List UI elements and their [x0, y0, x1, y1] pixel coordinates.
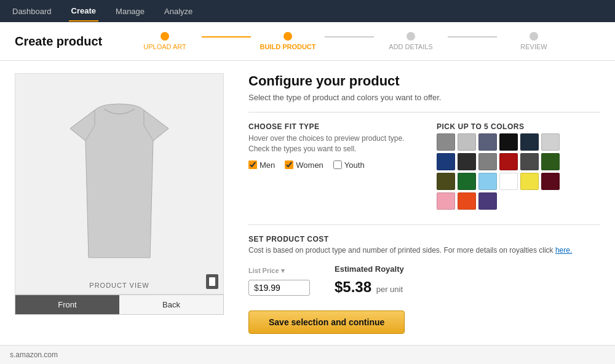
list-price-input-container: $	[248, 280, 310, 296]
colors-section: PICK UP TO 5 COLORS	[437, 122, 600, 210]
view-buttons: Front Back	[15, 295, 224, 315]
royalty-label: Estimated Royalty	[335, 264, 404, 274]
men-label: Men	[260, 160, 275, 170]
save-button[interactable]: Save selection and continue	[248, 311, 405, 334]
color-swatch-18[interactable]	[437, 192, 455, 210]
step-build-product: BUILD PRODUCT	[251, 32, 325, 50]
page-title: Create product	[15, 34, 113, 49]
list-price-field[interactable]	[259, 283, 302, 293]
front-view-button[interactable]: Front	[15, 295, 119, 314]
bottom-bar: s.amazon.com	[0, 345, 615, 346]
fit-type-label: CHOOSE FIT TYPE	[248, 122, 412, 131]
configure-heading: Configure your product	[248, 73, 600, 89]
royalty-unit: per unit	[376, 285, 403, 294]
color-swatch-16[interactable]	[520, 173, 539, 190]
color-swatch-2[interactable]	[478, 133, 497, 151]
page-header: Create product UPLOAD ART BUILD PRODUCT …	[0, 22, 615, 61]
step-dot-build	[284, 32, 292, 41]
configure-subtitle: Select the type of product and colors yo…	[248, 93, 600, 113]
configure-section: Configure your product Select the type o…	[248, 73, 600, 334]
color-swatch-6[interactable]	[437, 153, 455, 170]
color-swatch-7[interactable]	[458, 153, 476, 170]
options-row: CHOOSE FIT TYPE Hover over the choices t…	[248, 122, 600, 210]
step-add-details: ADD DETAILS	[374, 32, 448, 50]
fit-type-desc: Hover over the choices to preview produc…	[248, 133, 412, 154]
youth-label: Youth	[344, 160, 365, 170]
colors-label: PICK UP TO 5 COLORS	[437, 122, 600, 131]
step-connector-1	[202, 36, 251, 38]
color-swatch-1[interactable]	[458, 133, 476, 151]
step-dot-details	[407, 32, 415, 41]
color-swatch-11[interactable]	[541, 153, 560, 170]
color-swatch-10[interactable]	[520, 153, 539, 170]
color-swatch-19[interactable]	[458, 192, 476, 210]
breadcrumb-steps: UPLOAD ART BUILD PRODUCT ADD DETAILS REV…	[128, 32, 571, 50]
color-swatch-12[interactable]	[437, 173, 455, 190]
step-dot-upload	[161, 32, 169, 41]
list-price-col: List Price ▾ $	[248, 266, 310, 296]
currency-symbol: $	[254, 283, 259, 293]
main-content: PRODUCT VIEW Front Back Configure your p…	[0, 61, 615, 346]
color-swatch-4[interactable]	[520, 133, 539, 151]
fit-type-checkboxes: Men Women Youth	[248, 160, 412, 170]
tshirt-container: PRODUCT VIEW	[15, 73, 224, 295]
color-swatch-13[interactable]	[458, 173, 476, 190]
royalty-col: Estimated Royalty $5.38 per unit	[335, 264, 404, 296]
men-checkbox-label[interactable]: Men	[248, 160, 275, 170]
color-swatch-20[interactable]	[478, 192, 497, 210]
product-preview: PRODUCT VIEW Front Back	[15, 73, 224, 334]
back-view-button[interactable]: Back	[119, 295, 223, 314]
tshirt-image	[46, 98, 193, 270]
color-swatch-15[interactable]	[499, 173, 518, 190]
women-checkbox-label[interactable]: Women	[285, 160, 323, 170]
step-label-upload: UPLOAD ART	[143, 43, 186, 50]
color-swatch-3[interactable]	[499, 133, 518, 151]
color-swatch-5[interactable]	[541, 133, 560, 151]
youth-checkbox-label[interactable]: Youth	[333, 160, 365, 170]
cost-label: SET PRODUCT COST	[248, 235, 600, 243]
royalty-value: $5.38	[335, 279, 371, 295]
youth-checkbox[interactable]	[333, 160, 342, 169]
women-label: Women	[296, 160, 323, 170]
product-view-label: PRODUCT VIEW	[89, 282, 149, 289]
cost-desc: Cost is based on product type and number…	[248, 246, 600, 255]
step-upload-art: UPLOAD ART	[128, 32, 202, 50]
save-btn-container: Save selection and continue	[248, 311, 600, 334]
step-label-details: ADD DETAILS	[389, 43, 432, 50]
nav-dashboard[interactable]: Dashboard	[10, 2, 54, 21]
step-connector-3	[448, 36, 497, 38]
color-swatch-0[interactable]	[437, 133, 455, 151]
step-dot-review	[530, 32, 538, 41]
color-swatch-14[interactable]	[478, 173, 497, 190]
product-icon	[206, 274, 218, 289]
color-swatch-9[interactable]	[499, 153, 518, 170]
step-review: REVIEW	[497, 32, 571, 50]
fit-type-section: CHOOSE FIT TYPE Hover over the choices t…	[248, 122, 412, 210]
color-swatch-8[interactable]	[478, 153, 497, 170]
step-label-review: REVIEW	[520, 43, 547, 50]
color-swatch-17[interactable]	[541, 173, 560, 190]
color-grid	[437, 133, 600, 210]
list-price-label: List Price ▾	[248, 266, 310, 275]
top-nav: Dashboard Create Manage Analyze	[0, 0, 615, 22]
cost-here-link[interactable]: here.	[555, 246, 572, 255]
men-checkbox[interactable]	[248, 160, 257, 169]
step-connector-2	[325, 36, 374, 38]
nav-create[interactable]: Create	[69, 1, 98, 22]
nav-manage[interactable]: Manage	[113, 2, 147, 21]
women-checkbox[interactable]	[285, 160, 293, 169]
nav-analyze[interactable]: Analyze	[162, 2, 195, 21]
step-label-build: BUILD PRODUCT	[260, 43, 315, 50]
pricing-row: List Price ▾ $ Estimated Royalty $5.38 p…	[248, 264, 600, 296]
cost-section: SET PRODUCT COST Cost is based on produc…	[248, 224, 600, 296]
royalty-display: $5.38 per unit	[335, 279, 404, 296]
